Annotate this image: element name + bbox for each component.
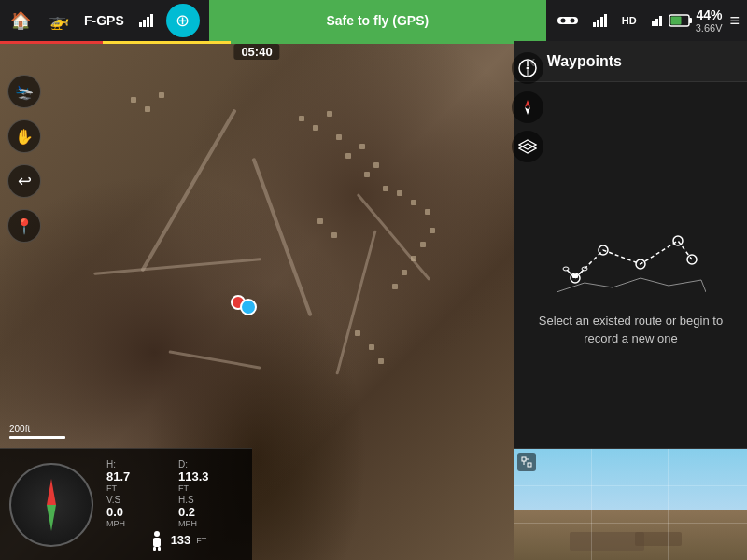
building — [430, 228, 435, 233]
building — [425, 209, 430, 215]
hd-label: HD — [614, 0, 644, 41]
svg-rect-29 — [528, 463, 531, 467]
waypoints-svg — [557, 213, 706, 297]
battery-icon — [669, 14, 692, 27]
person-distance-cell: 133 FT — [106, 530, 248, 551]
pin-icon: 📍 — [15, 217, 34, 235]
gesture-button[interactable]: ✋ — [7, 119, 41, 153]
altitude-cell: H: 81.7 FT — [106, 459, 176, 493]
hud-data-grid: H: 81.7 FT D: 113.3 FT V.S 0.0 MPH H.S 0… — [103, 452, 252, 558]
remote-icon — [550, 0, 585, 41]
building — [383, 186, 388, 191]
svg-rect-15 — [153, 538, 161, 547]
top-right-section: HD 44% 3.66V ≡ — [550, 0, 747, 41]
return-home-button[interactable]: ↩ — [7, 164, 41, 198]
vertical-speed-cell: V.S 0.0 MPH — [106, 495, 176, 528]
north-icon — [518, 98, 537, 117]
building — [336, 134, 342, 140]
building-silhouette — [570, 532, 644, 551]
svg-point-7 — [527, 67, 529, 70]
mini-camera-view[interactable] — [514, 448, 747, 560]
horizontal-speed-cell: H.S 0.2 MPH — [178, 495, 248, 528]
north-button[interactable] — [512, 91, 543, 123]
building — [145, 106, 150, 112]
map-scale: 200ft — [9, 424, 65, 439]
svg-rect-0 — [557, 17, 578, 24]
grid-v1 — [591, 449, 592, 560]
grid-h2 — [514, 523, 747, 524]
grid-v2 — [668, 449, 669, 560]
building — [411, 256, 416, 261]
building — [131, 97, 136, 103]
building — [327, 111, 332, 117]
left-sidebar: 🛬 ✋ ↩ 📍 — [7, 75, 41, 243]
drone-position-dot — [231, 295, 246, 310]
building — [313, 125, 318, 131]
right-panel: ‹ Waypoints Select an existed route or b… — [514, 41, 747, 560]
menu-button[interactable]: ≡ — [729, 11, 740, 31]
camera-ground — [514, 510, 747, 560]
panel-header: ‹ Waypoints — [514, 41, 747, 82]
return-icon: ↩ — [18, 171, 32, 191]
grid-h1 — [514, 485, 747, 486]
building — [397, 190, 402, 196]
map-compass-button[interactable] — [512, 52, 543, 84]
gesture-icon: ✋ — [15, 128, 34, 146]
svg-point-2 — [570, 19, 574, 23]
waypoints-description: Select an existed route or begin to reco… — [533, 312, 728, 348]
compass-icon — [518, 59, 537, 77]
svg-rect-4 — [689, 18, 692, 23]
battery-info: 44% 3.66V — [696, 7, 723, 34]
building — [402, 270, 407, 275]
building — [369, 344, 374, 350]
remote-signal — [593, 14, 607, 27]
gps-label: F-GPS — [77, 0, 132, 41]
svg-rect-27 — [572, 274, 578, 278]
building — [392, 284, 398, 289]
map-controls — [512, 52, 543, 162]
svg-rect-17 — [158, 547, 161, 551]
svg-marker-12 — [519, 140, 536, 149]
building — [359, 144, 365, 149]
svg-rect-28 — [522, 457, 526, 461]
layers-button[interactable] — [512, 131, 543, 162]
waypoints-illustration-area: Select an existed route or begin to reco… — [514, 82, 747, 478]
building — [374, 162, 379, 168]
timer-bar: 05:40 — [0, 41, 514, 62]
video-signal — [652, 16, 662, 26]
building — [299, 116, 304, 121]
building — [331, 232, 337, 238]
home-button[interactable]: 🏠 — [0, 0, 41, 41]
building — [420, 242, 426, 247]
waypoint-mode-button[interactable]: ⊕ — [166, 4, 200, 37]
drone-button[interactable]: 🚁 — [41, 0, 77, 41]
building — [355, 330, 360, 336]
camera-sky — [514, 449, 747, 510]
svg-point-1 — [560, 19, 565, 23]
signal-icon — [132, 0, 161, 41]
landing-button[interactable]: 🛬 — [7, 75, 41, 108]
camera-expand-button[interactable] — [517, 453, 536, 471]
bottom-hud: H: 81.7 FT D: 113.3 FT V.S 0.0 MPH H.S 0… — [0, 448, 252, 560]
building — [378, 358, 384, 364]
building — [411, 200, 416, 205]
building-silhouette — [635, 532, 682, 546]
panel-title: Waypoints — [547, 53, 622, 70]
building — [345, 153, 351, 159]
svg-point-25 — [563, 267, 569, 271]
svg-rect-5 — [670, 17, 681, 25]
waypoint-button[interactable]: 📍 — [7, 209, 41, 243]
compass-widget — [9, 463, 93, 547]
building — [159, 92, 164, 98]
home-icon: 🏠 — [10, 10, 31, 31]
drone-marker — [231, 295, 246, 310]
expand-icon — [521, 456, 532, 468]
building — [317, 218, 323, 224]
layers-icon — [518, 139, 537, 154]
status-banner: Safe to fly (GPS) — [209, 0, 546, 41]
person-icon — [148, 530, 165, 551]
svg-marker-11 — [525, 107, 530, 115]
battery-indicator: 44% 3.66V — [669, 7, 723, 34]
landing-icon: 🛬 — [15, 83, 34, 101]
top-bar: 🏠 🚁 F-GPS ⊕ Safe to fly (GPS) — [0, 0, 747, 41]
